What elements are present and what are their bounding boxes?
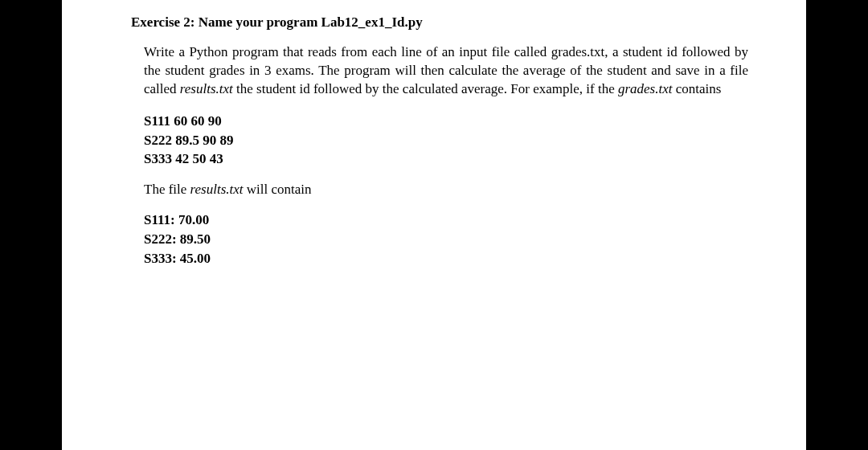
grades-line: S222 89.5 90 89 <box>144 131 748 150</box>
caption-text-2: will contain <box>244 182 312 197</box>
caption-text-1: The file <box>144 182 190 197</box>
results-line: S222: 89.50 <box>144 230 748 249</box>
results-line: S333: 45.00 <box>144 249 748 268</box>
grades-line: S333 42 50 43 <box>144 149 748 169</box>
results-caption: The file results.txt will contain <box>144 182 748 198</box>
filename-results-italic: results.txt <box>180 81 233 96</box>
exercise-description: Write a Python program that reads from e… <box>144 43 748 99</box>
exercise-heading: Exercise 2: Name your program Lab12_ex1_… <box>131 14 748 31</box>
grades-line: S111 60 60 90 <box>144 112 748 131</box>
filename-grades-italic: grades.txt <box>618 81 673 96</box>
document-page: Exercise 2: Name your program Lab12_ex1_… <box>62 0 806 450</box>
results-output-block: S111: 70.00 S222: 89.50 S333: 45.00 <box>144 211 748 268</box>
description-text-3: contains <box>672 81 721 96</box>
grades-input-block: S111 60 60 90 S222 89.5 90 89 S333 42 50… <box>144 112 748 169</box>
results-line: S111: 70.00 <box>144 211 748 230</box>
filename-results-italic-2: results.txt <box>190 182 244 197</box>
description-text-2: the student id followed by the calculate… <box>233 81 618 96</box>
exercise-content: Write a Python program that reads from e… <box>144 43 748 268</box>
